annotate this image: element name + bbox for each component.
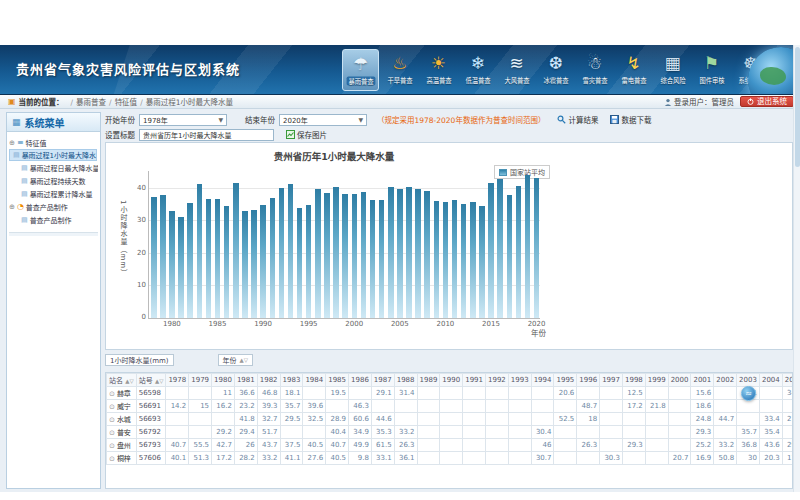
filter-chip-year[interactable]: 年份 ▲▽ — [218, 354, 253, 366]
row-expand-icon[interactable]: ⊙ — [109, 429, 115, 437]
col-station-name[interactable]: 站名 ▲▽ — [107, 374, 137, 387]
col-year-1982[interactable]: 1982 — [257, 374, 280, 387]
bar-2001[interactable] — [361, 192, 367, 318]
breadcrumb-link[interactable]: 特征值 — [115, 98, 138, 107]
col-year-1984[interactable]: 1984 — [303, 374, 326, 387]
col-year-1985[interactable]: 1985 — [326, 374, 349, 387]
col-year-1980[interactable]: 1980 — [212, 374, 235, 387]
scrollbar-thumb[interactable] — [795, 47, 800, 167]
col-year-1979[interactable]: 1979 — [189, 374, 212, 387]
bar-1978[interactable] — [151, 197, 157, 318]
bar-1995[interactable] — [306, 205, 312, 318]
expand-icon[interactable]: ⊕ — [9, 203, 15, 211]
bar-2017[interactable] — [507, 195, 513, 318]
col-year-1995[interactable]: 1995 — [554, 374, 577, 387]
row-expand-icon[interactable]: ⊙ — [109, 403, 115, 411]
nav-drought-survey[interactable]: ♨干旱普查 — [381, 49, 418, 91]
bar-2013[interactable] — [470, 202, 476, 318]
nav-low-temp-survey[interactable]: ❄低温普查 — [459, 49, 496, 91]
tree-item[interactable]: ▤暴雨过程持续天数 — [9, 174, 98, 187]
col-year-1987[interactable]: 1987 — [371, 374, 394, 387]
col-year-2005[interactable]: 2005 — [782, 374, 793, 387]
col-year-1998[interactable]: 1998 — [622, 374, 645, 387]
save-image-button[interactable]: 保存图片 — [286, 129, 327, 140]
bar-1980[interactable] — [169, 211, 175, 318]
bar-2004[interactable] — [388, 187, 394, 318]
breadcrumb-link[interactable]: 暴雨过程1小时最大降水量 — [146, 98, 233, 107]
bar-2009[interactable] — [434, 201, 440, 318]
bar-1990[interactable] — [260, 205, 266, 318]
nav-snow-survey[interactable]: ☃雪灾普查 — [576, 49, 613, 91]
bar-1986[interactable] — [224, 206, 230, 318]
bar-2015[interactable] — [488, 183, 494, 318]
bar-1999[interactable] — [342, 194, 348, 318]
bar-2010[interactable] — [443, 202, 449, 318]
col-year-1996[interactable]: 1996 — [577, 374, 600, 387]
bar-1982[interactable] — [187, 203, 193, 319]
col-year-1981[interactable]: 1981 — [234, 374, 257, 387]
bar-1994[interactable] — [297, 208, 303, 318]
bar-2018[interactable] — [516, 186, 522, 318]
bar-2008[interactable] — [424, 191, 430, 318]
nav-hail-survey[interactable]: ❆冰雹普查 — [537, 49, 574, 91]
row-expand-icon[interactable]: ⊙ — [109, 416, 115, 424]
bar-1988[interactable] — [242, 211, 248, 318]
bar-1991[interactable] — [270, 198, 276, 318]
col-year-1983[interactable]: 1983 — [280, 374, 303, 387]
station-name[interactable]: ⊙水城 — [107, 413, 137, 426]
bar-1993[interactable] — [288, 184, 294, 318]
col-year-2000[interactable]: 2000 — [668, 374, 691, 387]
bar-2002[interactable] — [370, 200, 376, 318]
vertical-scrollbar[interactable] — [793, 45, 800, 492]
nav-wind-survey[interactable]: ≋大风普查 — [498, 49, 535, 91]
col-year-2003[interactable]: 2003 — [737, 374, 760, 387]
bar-1985[interactable] — [215, 199, 221, 318]
nav-map-review[interactable]: ⚑图件审核 — [693, 49, 730, 91]
bar-2020[interactable] — [534, 178, 540, 318]
bar-1997[interactable] — [324, 193, 330, 318]
station-name[interactable]: ⊙威宁 — [107, 400, 137, 413]
bar-2003[interactable] — [379, 200, 385, 318]
bar-2006[interactable] — [406, 187, 412, 318]
bar-1992[interactable] — [279, 188, 285, 318]
nav-lightning-survey[interactable]: ↯雷电普查 — [615, 49, 652, 91]
calculate-button[interactable]: 计算结果 — [557, 114, 598, 125]
col-year-1986[interactable]: 1986 — [349, 374, 372, 387]
end-year-select[interactable]: 2020年▼ — [279, 114, 367, 126]
filter-chip-precip[interactable]: 1小时降水量(mm) — [105, 354, 174, 366]
floating-helper-button[interactable]: ≈ — [741, 386, 756, 401]
tree-group-0[interactable]: ⊕≡特征值 — [9, 136, 98, 149]
col-year-2001[interactable]: 2001 — [691, 374, 714, 387]
logout-button[interactable]: 退出系统 — [740, 96, 794, 107]
tree-item[interactable]: ▤暴雨过程累计降水量 — [9, 187, 98, 200]
col-year-1978[interactable]: 1978 — [166, 374, 189, 387]
station-name[interactable]: ⊙赫章 — [107, 387, 137, 400]
bar-2016[interactable] — [497, 179, 503, 318]
expand-icon[interactable]: ⊕ — [9, 139, 15, 147]
col-year-2002[interactable]: 2002 — [714, 374, 737, 387]
tree-item[interactable]: ▤暴雨过程日最大降水量 — [9, 161, 98, 174]
breadcrumb-link[interactable]: 暴雨普查 — [76, 98, 106, 107]
bar-1996[interactable] — [315, 189, 321, 318]
col-year-1993[interactable]: 1993 — [508, 374, 531, 387]
bar-1979[interactable] — [160, 195, 166, 318]
bar-2005[interactable] — [397, 189, 403, 318]
col-year-2004[interactable]: 2004 — [759, 374, 782, 387]
tree-item[interactable]: ▤暴雨过程1小时最大降水量 — [9, 149, 97, 161]
bar-1987[interactable] — [233, 183, 239, 318]
row-expand-icon[interactable]: ⊙ — [109, 390, 115, 398]
station-name[interactable]: ⊙普安 — [107, 426, 137, 439]
col-station-id[interactable]: 站号 ▲▽ — [136, 374, 166, 387]
col-year-1988[interactable]: 1988 — [394, 374, 417, 387]
chart-title-input[interactable]: 贵州省历年1小时最大降水量 — [139, 129, 274, 141]
tree-item[interactable]: ▤普查产品制作 — [9, 213, 98, 226]
data-download-button[interactable]: 数据下载 — [610, 114, 651, 125]
row-expand-icon[interactable]: ⊙ — [109, 455, 115, 463]
col-year-1999[interactable]: 1999 — [645, 374, 668, 387]
station-name[interactable]: ⊙桐梓 — [107, 452, 137, 465]
bar-1981[interactable] — [178, 217, 184, 318]
bar-1998[interactable] — [333, 187, 339, 318]
bar-2011[interactable] — [452, 200, 458, 318]
nav-high-temp-survey[interactable]: ☀高温普查 — [420, 49, 457, 91]
nav-comprehensive-risk[interactable]: ▦综合风险 — [654, 49, 691, 91]
